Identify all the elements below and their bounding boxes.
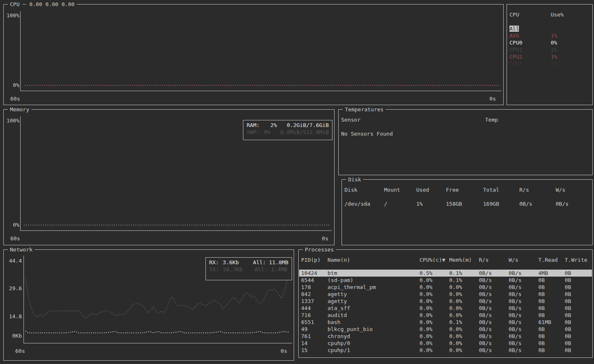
cpu-legend-row[interactable]: CPU1 1% — [509, 46, 590, 53]
memory-y-min-label: 0% — [4, 221, 19, 228]
swap-percent: 0% — [261, 129, 271, 136]
process-cpu-percent: 0.0% — [420, 340, 449, 347]
cpu-legend-row[interactable]: CPU2 1% — [509, 53, 590, 60]
no-sensors-message: No Sensors Found — [341, 130, 590, 137]
sensor-column-header[interactable]: Sensor — [341, 116, 485, 123]
temp-column-header[interactable]: Temp — [485, 116, 498, 123]
cpu-y-min-label: 0% — [4, 82, 19, 89]
btm-app-window: CPU ─ 0.00 0.00 0.00 100% 0% 60s 0s CPU … — [0, 0, 594, 364]
temperatures-panel-title: Temperatures — [343, 106, 386, 113]
cpu-core-usage: 0% — [551, 39, 557, 46]
cpu-panel[interactable]: CPU ─ 0.00 0.00 0.00 100% 0% 60s 0s — [3, 4, 504, 105]
disk-panel[interactable]: Disk Disk Mount Used Free Total R/s W/s … — [342, 179, 593, 245]
cpu-legend-row[interactable]: CPU0 0% — [509, 39, 590, 46]
processes-panel[interactable]: Processes PID(p) Name(n) CPU%(c)▼ Mem%(m… — [298, 249, 593, 358]
process-total-write: 0B — [565, 277, 592, 284]
process-total-read: 0B — [538, 291, 565, 298]
process-row[interactable]: 842 agetty 0.0% 0.0% 0B/s 0B/s 0B 0B — [299, 291, 592, 298]
process-pid: 10424 — [301, 270, 328, 277]
temperatures-panel[interactable]: Temperatures Sensor Temp No Sensors Foun… — [338, 109, 593, 175]
network-y-label-2: 29.6 — [4, 285, 22, 292]
process-row[interactable]: 6551 bash 0.0% 0.1% 0B/s 0B/s 61MB 0B — [299, 319, 592, 326]
process-row[interactable]: 761 chronyd 0.0% 0.0% 0B/s 0B/s 0B 0B — [299, 333, 592, 340]
process-row[interactable]: 444 ata_sff 0.0% 0.0% 0B/s 0B/s 0B 0B — [299, 305, 592, 312]
process-read-rate: 0B/s — [479, 312, 509, 319]
process-total-write: 0B — [565, 333, 592, 340]
process-total-write: 0B — [565, 270, 592, 277]
process-total-read: 0B — [538, 305, 565, 312]
mem-percent-column-header[interactable]: Mem%(m) — [449, 256, 479, 263]
mount-column-header[interactable]: Mount — [384, 186, 416, 193]
memory-x-right-label: 0s — [322, 235, 328, 242]
process-row[interactable]: 716 auditd 0.0% 0.0% 0B/s 0B/s 0B 0B — [299, 312, 592, 319]
process-row[interactable]: 49 blkcg_punt_bio 0.0% 0.0% 0B/s 0B/s 0B… — [299, 326, 592, 333]
network-panel[interactable]: Network 44.4 29.6 14.8 0Kb RX:3.6KbAll:1… — [3, 249, 294, 361]
process-pid: 761 — [301, 333, 328, 340]
cpu-core-label: CPU3 — [509, 60, 551, 67]
used-column-header[interactable]: Used — [416, 186, 446, 193]
cpu-load-average: 0.00 0.00 0.00 — [29, 1, 75, 7]
cpu-y-max-label: 100% — [4, 12, 19, 19]
cpu-core-usage: 1% — [551, 46, 557, 53]
cpu-legend-row[interactable]: CPU3 1% — [509, 60, 590, 67]
process-total-read: 4MB — [538, 270, 565, 277]
process-row[interactable]: 178 acpi_thermal_pm 0.0% 0.0% 0B/s 0B/s … — [299, 284, 592, 291]
process-write-rate: 0B/s — [509, 270, 538, 277]
write-rate-column-header[interactable]: W/s — [556, 186, 590, 193]
process-total-write: 0B — [565, 312, 592, 319]
rx-label: RX: — [209, 259, 223, 266]
process-row[interactable]: 15 cpuhp/1 0.0% 0.0% 0B/s 0B/s 0B 0B — [299, 347, 592, 354]
cpu-legend-row[interactable]: AVG 1% — [509, 32, 590, 39]
network-y-label-1: 44.4 — [4, 257, 22, 264]
process-total-write: 0B — [565, 326, 592, 333]
total-column-header[interactable]: Total — [483, 186, 519, 193]
write-rate-column-header[interactable]: W/s — [509, 256, 538, 263]
cpu-column-header[interactable]: CPU — [509, 11, 551, 18]
pid-column-header[interactable]: PID(p) — [301, 256, 328, 263]
name-column-header[interactable]: Name(n) — [328, 256, 420, 263]
process-row[interactable]: 1337 agetty 0.0% 0.0% 0B/s 0B/s 0B 0B — [299, 298, 592, 305]
cpu-legend-row[interactable]: All — [509, 25, 590, 32]
memory-y-max-label: 100% — [4, 117, 19, 124]
title-separator: ─ — [23, 1, 26, 7]
use-column-header[interactable]: Use% — [551, 11, 563, 18]
cpu-core-label: CPU1 — [509, 46, 551, 53]
ram-label: RAM: — [247, 122, 264, 129]
free-column-header[interactable]: Free — [446, 186, 483, 193]
disk-header-row: Disk Mount Used Free Total R/s W/s — [344, 186, 590, 193]
disk-write-rate: 0B/s — [556, 200, 590, 207]
disk-row[interactable]: /dev/sda / 1% 158GB 169GB 0B/s 0B/s — [344, 200, 590, 207]
process-read-rate: 0B/s — [479, 333, 509, 340]
total-write-column-header[interactable]: T.Write — [565, 256, 590, 263]
process-write-rate: 0B/s — [509, 340, 538, 347]
process-row[interactable]: 14 cpuhp/0 0.0% 0.0% 0B/s 0B/s 0B 0B — [299, 340, 592, 347]
process-mem-percent: 0.1% — [449, 270, 479, 277]
process-name: blkcg_punt_bio — [328, 326, 420, 333]
ram-percent: 2% — [264, 122, 277, 129]
process-row[interactable]: 10424 btm 0.5% 0.1% 0B/s 0B/s 4MB 0B — [299, 270, 592, 277]
process-mem-percent: 0.0% — [449, 333, 479, 340]
process-cpu-percent: 0.0% — [420, 333, 449, 340]
cpu-core-label: All — [509, 25, 551, 32]
process-cpu-percent: 0.0% — [420, 277, 449, 284]
cpu-legend-panel[interactable]: CPU Use% All AVG 1% CPU0 0% CPU1 1% CPU2… — [507, 4, 593, 105]
process-name: btm — [328, 270, 420, 277]
process-name: cpuhp/1 — [328, 347, 420, 354]
memory-panel[interactable]: Memory 100% 0% RAM:2%0.2GiB/7.6GiB SWP:0… — [3, 109, 335, 245]
tx-all-label: All: — [255, 266, 271, 273]
read-rate-column-header[interactable]: R/s — [519, 186, 556, 193]
tx-legend-row: TX:26.7KbAll:1.4MB — [209, 266, 288, 273]
process-read-rate: 0B/s — [479, 277, 509, 284]
process-cpu-percent: 0.0% — [420, 326, 449, 333]
disk-column-header[interactable]: Disk — [344, 186, 384, 193]
network-legend-box: RX:3.6KbAll:11.8MB TX:26.7KbAll:1.4MB — [205, 257, 292, 280]
process-row[interactable]: 6544 (sd-pam) 0.0% 0.1% 0B/s 0B/s 0B 0B — [299, 277, 592, 284]
total-read-column-header[interactable]: T.Read — [538, 256, 565, 263]
process-total-write: 0B — [565, 319, 592, 326]
cpu-core-usage: 1% — [551, 60, 557, 67]
cpu-chart-area — [20, 11, 502, 91]
process-total-write: 0B — [565, 347, 592, 354]
cpu-percent-column-header[interactable]: CPU%(c)▼ — [420, 256, 449, 263]
read-rate-column-header[interactable]: R/s — [479, 256, 509, 263]
process-mem-percent: 0.0% — [449, 298, 479, 305]
